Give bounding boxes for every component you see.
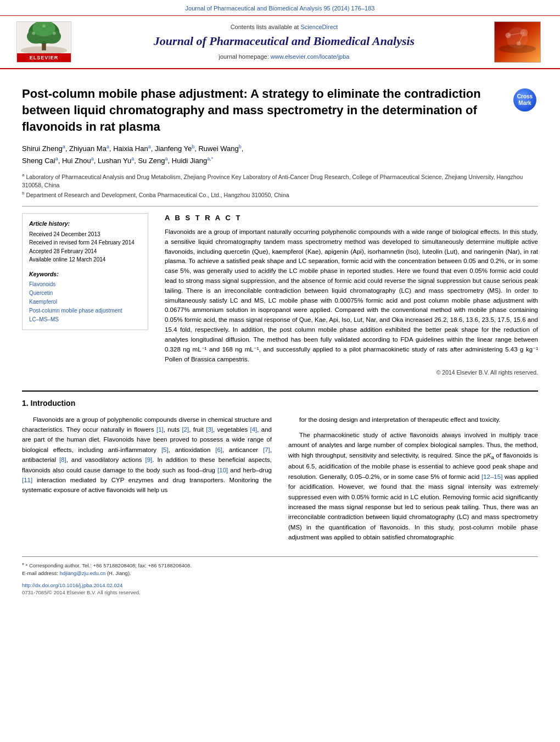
homepage-text: journal homepage: [219, 53, 269, 60]
doi-link[interactable]: http://dx.doi.org/10.1016/j.jpba.2014.02… [22, 582, 122, 588]
journal-cover-image [494, 21, 541, 63]
intro-col-right: for the dosing design and interpretation… [288, 415, 538, 548]
email-label: E-mail address: [22, 570, 58, 576]
intro-para-2: for the dosing design and interpretation… [288, 415, 538, 425]
keyword-2[interactable]: Quercetin [29, 289, 141, 298]
received-date-1: Received 24 December 2013 [29, 230, 141, 239]
journal-header: ELSEVIER Contents lists available at Sci… [0, 16, 560, 69]
info-abstract-columns: Article history: Received 24 December 20… [22, 213, 538, 377]
copyright-line: © 2014 Elsevier B.V. All rights reserved… [165, 369, 538, 377]
keyword-4[interactable]: Post-column mobile phase adjustment [29, 306, 141, 315]
ref-12-15[interactable]: [12–15] [481, 473, 502, 480]
authors-line: Shirui Zhenga, Zhiyuan Maa, Haixia Hana,… [22, 143, 538, 167]
svg-point-8 [53, 32, 56, 35]
crossmark-badge: CrossMark [513, 88, 538, 111]
ref-4[interactable]: [4] [250, 426, 257, 433]
keyword-1[interactable]: Flavonoids [29, 280, 141, 289]
corresponding-author-note: * * Corresponding author. Tel.: +86 5718… [22, 561, 538, 570]
journal-title: Journal of Pharmaceutical and Biomedical… [82, 34, 486, 49]
article-info-column: Article history: Received 24 December 20… [22, 213, 148, 377]
homepage-link[interactable]: www.elsevier.com/locate/jpba [271, 53, 350, 60]
homepage-line: journal homepage: www.elsevier.com/locat… [82, 53, 486, 61]
article-body: Post-column mobile phase adjustment: A s… [0, 69, 560, 607]
ref-5[interactable]: [5] [161, 447, 169, 453]
received-date-2: Received in revised form 24 February 201… [29, 238, 141, 247]
keyword-3[interactable]: Kaempferol [29, 298, 141, 306]
elsevier-logo: ELSEVIER [16, 21, 77, 63]
affiliation-a: a Laboratory of Pharmaceutical Analysis … [22, 172, 538, 190]
intro-para-1: Flavonoids are a group of polyphenolic c… [22, 415, 272, 495]
top-banner: Journal of Pharmaceutical and Biomedical… [0, 0, 560, 16]
introduction-section: 1. Introduction Flavonoids are a group o… [22, 390, 538, 548]
history-title: Article history: [29, 219, 141, 228]
available-date: Available online 12 March 2014 [29, 255, 141, 264]
email-address[interactable]: hdjiang@zju.edu.cn [60, 570, 106, 576]
accepted-date: Accepted 28 February 2014 [29, 247, 141, 256]
ref-3[interactable]: [3] [206, 426, 213, 433]
keyword-5[interactable]: LC–MS–MS [29, 315, 141, 324]
divider-line [22, 206, 538, 207]
abstract-text: Flavonoids are a group of important natu… [165, 227, 538, 364]
svg-point-15 [517, 41, 521, 46]
abstract-section: A B S T R A C T Flavonoids are a group o… [165, 213, 538, 377]
ref-1[interactable]: [1] [156, 426, 164, 433]
article-title: Post-column mobile phase adjustment: A s… [22, 86, 505, 135]
rights-line: 0731-7085/© 2014 Elsevier B.V. All right… [22, 589, 538, 596]
abstract-column: A B S T R A C T Flavonoids are a group o… [165, 213, 538, 377]
abstract-title: A B S T R A C T [165, 213, 538, 223]
section-title: 1. Introduction [22, 398, 538, 409]
corresponding-author-text: * Corresponding author. Tel.: +86 571882… [26, 562, 192, 568]
ref-10[interactable]: [10] [217, 467, 228, 473]
intro-para-3: The pharmacokinetic study of active flav… [288, 430, 538, 543]
contents-text: Contents lists available at [231, 24, 299, 30]
intro-col-left: Flavonoids are a group of polyphenolic c… [22, 415, 272, 548]
doi-line: http://dx.doi.org/10.1016/j.jpba.2014.02… [22, 582, 538, 589]
ref-8[interactable]: [8] [59, 456, 66, 463]
email-line: E-mail address: hdjiang@zju.edu.cn (H. J… [22, 570, 538, 577]
page-container: Journal of Pharmaceutical and Biomedical… [0, 0, 560, 607]
email-name: (H. Jiang). [107, 570, 131, 576]
affiliations: a Laboratory of Pharmaceutical Analysis … [22, 172, 538, 199]
ref-7[interactable]: [7] [263, 447, 270, 453]
bottom-links: http://dx.doi.org/10.1016/j.jpba.2014.02… [22, 582, 538, 596]
journal-center: Contents lists available at ScienceDirec… [77, 23, 491, 61]
contents-line: Contents lists available at ScienceDirec… [82, 23, 486, 31]
ref-11[interactable]: [11] [22, 477, 32, 483]
keywords-title: Keywords: [29, 270, 141, 279]
svg-point-12 [499, 44, 536, 53]
elsevier-label: ELSEVIER [17, 53, 71, 63]
affiliation-b: b Department of Research and Development… [22, 190, 538, 199]
svg-point-7 [32, 32, 35, 35]
crossmark-circle[interactable]: CrossMark [513, 88, 536, 111]
svg-point-9 [42, 25, 46, 28]
article-title-section: Post-column mobile phase adjustment: A s… [22, 75, 538, 143]
sciencedirect-link[interactable]: ScienceDirect [300, 24, 338, 30]
ref-6[interactable]: [6] [215, 447, 222, 453]
journal-issue-link[interactable]: Journal of Pharmaceutical and Biomedical… [186, 5, 375, 12]
article-title-text: Post-column mobile phase adjustment: A s… [22, 86, 505, 135]
intro-columns: Flavonoids are a group of polyphenolic c… [22, 415, 538, 548]
elsevier-logo-box: ELSEVIER [16, 21, 71, 63]
crossmark-label: CrossMark [517, 93, 533, 107]
journal-logo-right [491, 21, 544, 63]
svg-point-14 [520, 29, 528, 37]
article-info-box: Article history: Received 24 December 20… [22, 213, 148, 331]
svg-point-13 [506, 33, 511, 38]
footnote-star: * [22, 562, 24, 568]
ref-9[interactable]: [9] [145, 456, 153, 463]
footnote-area: * * Corresponding author. Tel.: +86 5718… [22, 556, 538, 578]
ref-2[interactable]: [2] [182, 426, 189, 433]
